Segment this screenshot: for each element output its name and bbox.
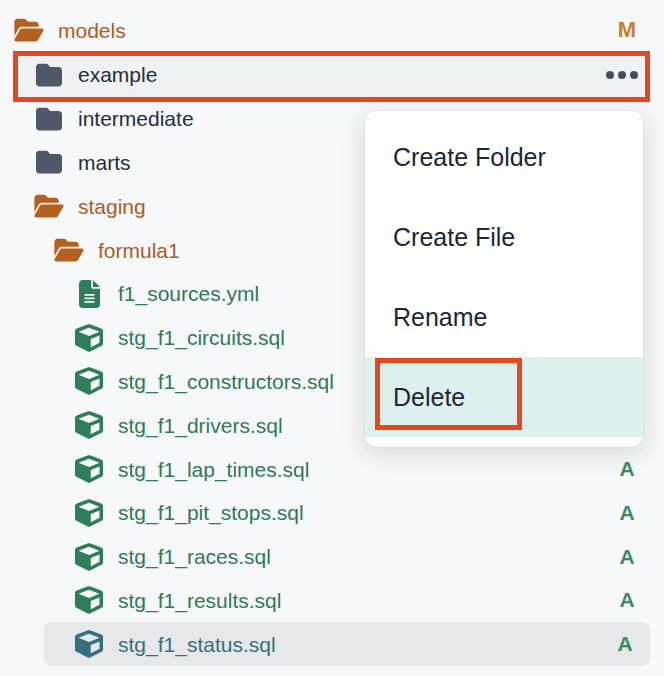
tree-item-label: stg_f1_races.sql <box>118 546 271 567</box>
tree-item-label: stg_f1_drivers.sql <box>118 415 283 436</box>
tree-item-label: stg_f1_lap_times.sql <box>118 459 309 480</box>
tree-item-example[interactable]: example <box>16 53 648 97</box>
tree-item-models[interactable]: models M <box>0 7 664 53</box>
folder-closed-icon <box>34 147 64 177</box>
menu-item-create-folder[interactable]: Create Folder <box>365 117 643 197</box>
tree-item-label: stg_f1_pit_stops.sql <box>118 502 304 523</box>
model-cube-icon <box>74 366 104 396</box>
tree-item-label: stg_f1_results.sql <box>118 590 281 611</box>
model-cube-icon <box>74 323 104 353</box>
folder-closed-icon <box>34 104 64 134</box>
tree-item-stg-f1-races[interactable]: stg_f1_races.sql A <box>0 535 664 579</box>
tree-item-label: f1_sources.yml <box>118 283 259 304</box>
tree-item-label: marts <box>78 152 131 173</box>
menu-item-rename[interactable]: Rename <box>365 277 643 357</box>
tree-item-label: models <box>58 20 126 41</box>
context-menu: Create Folder Create File Rename Delete <box>365 111 643 447</box>
menu-item-create-file[interactable]: Create File <box>365 197 643 277</box>
tree-item-label: stg_f1_circuits.sql <box>118 327 285 348</box>
tree-item-label: formula1 <box>98 240 180 261</box>
folder-open-icon <box>54 235 84 265</box>
model-cube-icon <box>74 454 104 484</box>
model-cube-icon <box>74 629 104 659</box>
tree-item-stg-f1-status[interactable]: stg_f1_status.sql A <box>44 622 650 666</box>
tree-item-stg-f1-pit-stops[interactable]: stg_f1_pit_stops.sql A <box>0 491 664 535</box>
git-status-badge: A <box>614 457 640 481</box>
git-status-badge: A <box>614 545 640 569</box>
tree-item-label: intermediate <box>78 108 194 129</box>
tree-item-label: staging <box>78 196 146 217</box>
folder-open-icon <box>14 15 44 45</box>
folder-open-icon <box>34 191 64 221</box>
git-status-badge: M <box>614 17 640 43</box>
git-status-badge: A <box>612 632 638 656</box>
tree-item-stg-f1-results[interactable]: stg_f1_results.sql A <box>0 579 664 623</box>
tree-item-label: stg_f1_status.sql <box>118 634 276 655</box>
model-cube-icon <box>74 542 104 572</box>
model-cube-icon <box>74 410 104 440</box>
git-status-badge: A <box>614 588 640 612</box>
tree-item-label: example <box>78 64 157 85</box>
row-actions-ellipsis-icon[interactable] <box>602 65 642 85</box>
folder-closed-icon <box>34 60 64 90</box>
model-cube-icon <box>74 498 104 528</box>
tree-item-label: stg_f1_constructors.sql <box>118 371 334 392</box>
tree-item-stg-f1-lap-times[interactable]: stg_f1_lap_times.sql A <box>0 447 664 491</box>
model-cube-icon <box>74 585 104 615</box>
git-status-badge: A <box>614 501 640 525</box>
yaml-file-icon <box>74 279 104 309</box>
menu-item-delete[interactable]: Delete <box>365 357 643 437</box>
